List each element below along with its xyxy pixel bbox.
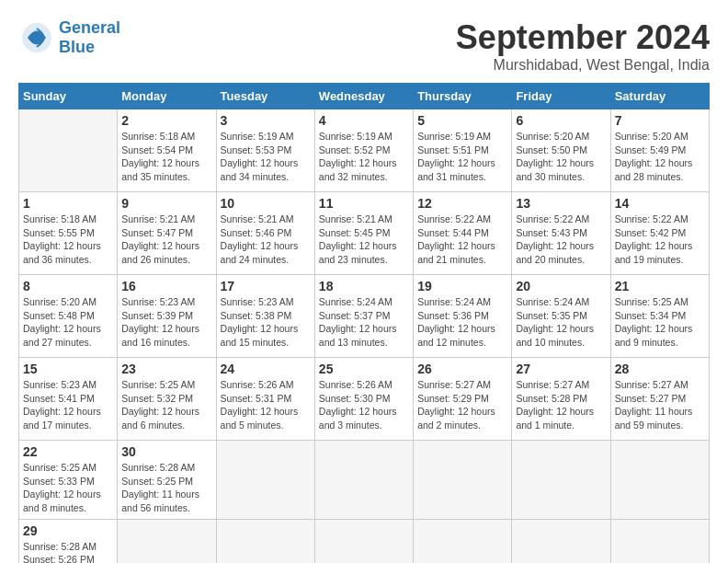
day-number: 11 [319,196,409,211]
table-row: 16Sunrise: 5:23 AM Sunset: 5:39 PM Dayli… [118,275,216,358]
table-row [314,519,413,563]
day-number: 25 [319,362,409,376]
day-number: 13 [516,196,606,211]
day-info: Sunrise: 5:19 AM Sunset: 5:53 PM Dayligh… [221,130,311,184]
logo: General Blue [18,18,120,57]
day-number: 5 [417,113,507,128]
table-row [19,109,118,192]
table-row: 14Sunrise: 5:22 AM Sunset: 5:42 PM Dayli… [610,192,709,275]
table-row: 13Sunrise: 5:22 AM Sunset: 5:43 PM Dayli… [512,192,610,275]
col-wednesday: Wednesday [314,84,413,109]
day-number: 8 [23,279,113,293]
table-row: 24Sunrise: 5:26 AM Sunset: 5:31 PM Dayli… [216,358,314,441]
table-row: 15Sunrise: 5:23 AM Sunset: 5:41 PM Dayli… [19,358,118,441]
day-number: 26 [417,362,507,376]
table-row [610,441,709,520]
day-number: 9 [121,196,211,211]
table-row [512,519,610,563]
day-info: Sunrise: 5:27 AM Sunset: 5:28 PM Dayligh… [516,378,606,432]
day-number: 22 [23,444,113,459]
table-row [216,441,314,520]
day-info: Sunrise: 5:21 AM Sunset: 5:46 PM Dayligh… [221,213,311,267]
col-friday: Friday [512,84,610,109]
table-row: 27Sunrise: 5:27 AM Sunset: 5:28 PM Dayli… [512,358,610,441]
table-row: 30Sunrise: 5:28 AM Sunset: 5:25 PM Dayli… [118,441,216,520]
day-info: Sunrise: 5:23 AM Sunset: 5:41 PM Dayligh… [23,378,113,432]
day-number: 18 [319,279,409,293]
table-row: 19Sunrise: 5:24 AM Sunset: 5:36 PM Dayli… [414,275,512,358]
day-number: 12 [417,196,507,211]
day-number: 10 [221,196,311,211]
day-info: Sunrise: 5:18 AM Sunset: 5:55 PM Dayligh… [23,213,113,267]
day-number: 19 [417,279,507,293]
table-row [216,519,314,563]
table-row: 18Sunrise: 5:24 AM Sunset: 5:37 PM Dayli… [314,275,413,358]
title-area: September 2024 Murshidabad, West Bengal,… [456,18,710,74]
day-number: 4 [319,113,409,128]
location-title: Murshidabad, West Bengal, India [456,57,710,74]
day-info: Sunrise: 5:26 AM Sunset: 5:31 PM Dayligh… [221,378,311,432]
logo-blue: Blue [59,38,95,56]
table-row: 23Sunrise: 5:25 AM Sunset: 5:32 PM Dayli… [118,358,216,441]
day-info: Sunrise: 5:21 AM Sunset: 5:45 PM Dayligh… [319,213,409,267]
day-info: Sunrise: 5:24 AM Sunset: 5:36 PM Dayligh… [417,295,507,350]
day-number: 29 [23,523,113,538]
table-row: 8Sunrise: 5:20 AM Sunset: 5:48 PM Daylig… [19,275,118,358]
day-number: 14 [615,196,705,211]
day-info: Sunrise: 5:20 AM Sunset: 5:50 PM Dayligh… [516,130,606,184]
calendar-header-row: Sunday Monday Tuesday Wednesday Thursday… [19,84,710,109]
day-info: Sunrise: 5:23 AM Sunset: 5:38 PM Dayligh… [221,295,311,350]
day-info: Sunrise: 5:27 AM Sunset: 5:27 PM Dayligh… [615,378,705,432]
day-info: Sunrise: 5:27 AM Sunset: 5:29 PM Dayligh… [417,378,507,432]
day-info: Sunrise: 5:21 AM Sunset: 5:47 PM Dayligh… [121,213,211,267]
table-row: 26Sunrise: 5:27 AM Sunset: 5:29 PM Dayli… [414,358,512,441]
table-row: 1Sunrise: 5:18 AM Sunset: 5:55 PM Daylig… [19,192,118,275]
day-number: 30 [121,444,211,459]
day-info: Sunrise: 5:25 AM Sunset: 5:32 PM Dayligh… [121,378,211,432]
day-info: Sunrise: 5:19 AM Sunset: 5:51 PM Dayligh… [417,130,507,184]
table-row: 22Sunrise: 5:25 AM Sunset: 5:33 PM Dayli… [19,441,118,520]
table-row [610,519,709,563]
table-row: 29Sunrise: 5:28 AM Sunset: 5:26 PM Dayli… [19,519,118,563]
table-row: 28Sunrise: 5:27 AM Sunset: 5:27 PM Dayli… [610,358,709,441]
table-row [118,519,216,563]
calendar-table: Sunday Monday Tuesday Wednesday Thursday… [18,83,710,563]
table-row: 10Sunrise: 5:21 AM Sunset: 5:46 PM Dayli… [216,192,314,275]
col-monday: Monday [118,84,216,109]
day-info: Sunrise: 5:28 AM Sunset: 5:26 PM Dayligh… [23,540,113,563]
table-row: 4Sunrise: 5:19 AM Sunset: 5:52 PM Daylig… [314,109,413,192]
day-number: 20 [516,279,606,293]
table-row: 11Sunrise: 5:21 AM Sunset: 5:45 PM Dayli… [314,192,413,275]
day-info: Sunrise: 5:28 AM Sunset: 5:25 PM Dayligh… [121,461,211,515]
col-tuesday: Tuesday [216,84,314,109]
day-info: Sunrise: 5:24 AM Sunset: 5:37 PM Dayligh… [319,295,409,350]
day-number: 16 [121,279,211,293]
table-row: 2Sunrise: 5:18 AM Sunset: 5:54 PM Daylig… [118,109,216,192]
table-row: 6Sunrise: 5:20 AM Sunset: 5:50 PM Daylig… [512,109,610,192]
day-info: Sunrise: 5:18 AM Sunset: 5:54 PM Dayligh… [121,130,211,184]
table-row: 21Sunrise: 5:25 AM Sunset: 5:34 PM Dayli… [610,275,709,358]
day-info: Sunrise: 5:20 AM Sunset: 5:48 PM Dayligh… [23,295,113,350]
day-number: 21 [615,279,705,293]
day-number: 1 [23,196,113,211]
day-number: 28 [615,362,705,376]
table-row: 12Sunrise: 5:22 AM Sunset: 5:44 PM Dayli… [414,192,512,275]
day-number: 6 [516,113,606,128]
day-number: 3 [221,113,311,128]
day-info: Sunrise: 5:22 AM Sunset: 5:44 PM Dayligh… [417,213,507,267]
day-info: Sunrise: 5:25 AM Sunset: 5:34 PM Dayligh… [615,295,705,350]
table-row: 9Sunrise: 5:21 AM Sunset: 5:47 PM Daylig… [118,192,216,275]
day-info: Sunrise: 5:26 AM Sunset: 5:30 PM Dayligh… [319,378,409,432]
table-row: 20Sunrise: 5:24 AM Sunset: 5:35 PM Dayli… [512,275,610,358]
table-row [414,441,512,520]
table-row [512,441,610,520]
col-sunday: Sunday [19,84,118,109]
table-row: 5Sunrise: 5:19 AM Sunset: 5:51 PM Daylig… [414,109,512,192]
day-info: Sunrise: 5:22 AM Sunset: 5:43 PM Dayligh… [516,213,606,267]
day-number: 2 [121,113,211,128]
day-number: 7 [615,113,705,128]
day-info: Sunrise: 5:23 AM Sunset: 5:39 PM Dayligh… [121,295,211,350]
day-number: 24 [221,362,311,376]
logo-general: General [59,18,120,37]
month-title: September 2024 [456,18,710,57]
